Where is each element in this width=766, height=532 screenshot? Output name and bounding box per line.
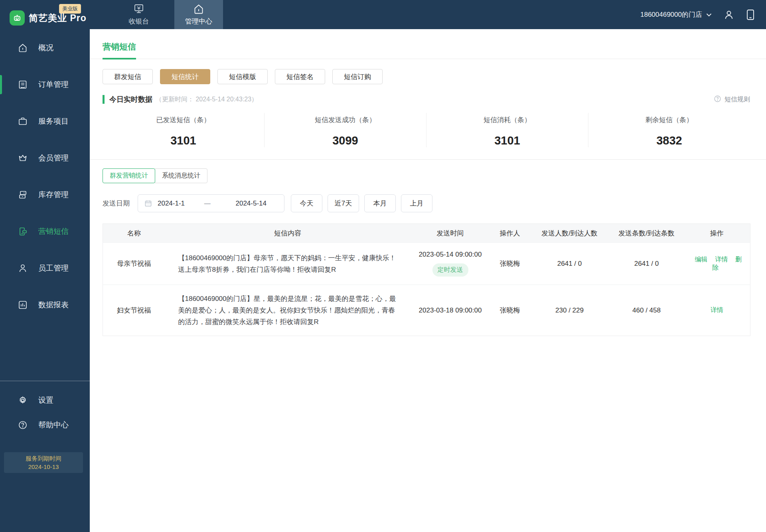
cell-count: 2641 / 0 <box>610 243 684 285</box>
cell-content: 【18600469000的门店】母亲节，愿天下的妈妈：一生平安，健康快乐！送上母… <box>165 243 411 285</box>
sidebar-item-label: 会员管理 <box>38 153 69 163</box>
tab-bulk-sms[interactable]: 群发短信 <box>103 69 153 84</box>
edit-link[interactable]: 编辑 <box>695 256 708 263</box>
sidebar-item-label: 员工管理 <box>38 263 69 273</box>
tab-sms-signature[interactable]: 短信签名 <box>275 69 325 84</box>
nav-cashier-label: 收银台 <box>129 17 149 26</box>
sidebar: 美业版 简艺美业 Pro 概况 <box>0 0 90 532</box>
order-doc-icon <box>18 79 28 90</box>
sidebar-item-overview[interactable]: 概况 <box>0 30 90 66</box>
header-name: 名称 <box>103 224 165 243</box>
tab-sms-purchase[interactable]: 短信订购 <box>332 69 383 84</box>
details-link[interactable]: 详情 <box>715 256 728 263</box>
service-expire-label: 服务到期时间 <box>26 454 61 463</box>
mobile-icon[interactable] <box>746 9 755 20</box>
nav-admin-center[interactable]: 管理中心 <box>174 0 223 29</box>
user-icon[interactable] <box>724 10 734 20</box>
details-link[interactable]: 详情 <box>711 307 723 313</box>
realtime-header: 今日实时数据 （更新时间： 2024-5-14 20:43:23） 短信规则 <box>103 95 750 104</box>
calendar-icon <box>144 200 152 207</box>
section-accent-bar <box>103 95 105 104</box>
cell-name: 妇女节祝福 <box>103 285 165 336</box>
cell-operator: 张晓梅 <box>490 285 530 336</box>
crown-icon <box>18 153 28 163</box>
cell-content: 【18600469000的门店】星，最美的是流星；花，最美的是雪花；心，最美的是… <box>165 285 411 336</box>
sidebar-item-services[interactable]: 服务项目 <box>0 103 90 140</box>
quick-7days-button[interactable]: 近7天 <box>328 194 359 212</box>
sidebar-item-inventory[interactable]: 库存管理 <box>0 176 90 213</box>
cell-people: 230 / 229 <box>530 285 610 336</box>
sidebar-item-orders[interactable]: 订单管理 <box>0 66 90 103</box>
cell-send-time: 2023-03-18 09:00:00 <box>411 285 490 336</box>
cashier-monitor-icon <box>133 3 145 15</box>
sidebar-item-members[interactable]: 会员管理 <box>0 140 90 176</box>
date-filter-row: 发送日期 2024-1-1 — 2024-5-14 今天 近7天 本月 上月 <box>103 194 766 212</box>
sms-phone-icon <box>18 226 28 237</box>
person-icon <box>18 263 28 273</box>
stat-sent: 已发送短信（条） 3101 <box>103 113 265 147</box>
header-content: 短信内容 <box>165 224 411 243</box>
sidebar-item-settings[interactable]: 设置 <box>0 388 90 413</box>
stat-value: 3832 <box>656 134 682 147</box>
sidebar-item-label: 库存管理 <box>38 190 69 200</box>
sidebar-item-label: 概况 <box>38 43 53 53</box>
cell-people: 2641 / 0 <box>530 243 610 285</box>
cell-operator: 张晓梅 <box>490 243 530 285</box>
sidebar-nav: 概况 订单管理 服务项目 <box>0 30 90 323</box>
quick-today-button[interactable]: 今天 <box>291 194 322 212</box>
stat-label: 短信发送成功（条） <box>315 115 376 125</box>
sidebar-item-label: 数据报表 <box>38 300 69 310</box>
tab-sms-stats[interactable]: 短信统计 <box>160 69 210 84</box>
sidebar-divider <box>0 381 90 381</box>
sidebar-item-help-center[interactable]: 帮助中心 <box>0 413 90 437</box>
cell-actions: 详情 <box>684 285 750 336</box>
quick-this-month-button[interactable]: 本月 <box>364 194 396 212</box>
tab-sms-templates[interactable]: 短信模版 <box>217 69 268 84</box>
sms-stats-table: 名称 短信内容 发送时间 操作人 发送人数/到达人数 发送条数/到达条数 操作 … <box>103 223 750 336</box>
main-content: 营销短信 群发短信 短信统计 短信模版 短信签名 短信订购 今日实时数据 （更新… <box>90 29 766 532</box>
sms-rules-label: 短信规则 <box>725 95 750 104</box>
cell-send-time: 2023-05-14 09:00:00 定时发送 <box>411 243 490 285</box>
briefcase-icon <box>18 116 28 127</box>
app-name: 简艺美业 Pro <box>29 12 87 24</box>
stat-label: 短信消耗（条） <box>484 115 531 125</box>
date-from: 2024-1-1 <box>158 200 185 208</box>
cell-actions: 编辑 详情 删除 <box>684 243 750 285</box>
quick-last-month-button[interactable]: 上月 <box>401 194 432 212</box>
service-expire-box: 服务到期时间 2024-10-13 <box>4 452 83 473</box>
page-title: 营销短信 <box>103 41 136 59</box>
header-send-time: 发送时间 <box>411 224 490 243</box>
topbar-right: 18600469000的门店 <box>640 0 755 29</box>
stat-value: 3101 <box>494 134 520 147</box>
question-circle-icon <box>18 420 28 430</box>
send-time: 2023-05-14 09:00:00 <box>415 251 486 259</box>
stat-value: 3101 <box>170 134 196 147</box>
stat-label: 已发送短信（条） <box>156 115 211 125</box>
date-to: 2024-5-14 <box>235 200 267 208</box>
gear-icon <box>18 395 28 405</box>
boxes-icon <box>18 190 28 200</box>
toggle-system-message-stats[interactable]: 系统消息统计 <box>155 168 207 183</box>
realtime-title: 今日实时数据 <box>109 95 152 104</box>
nav-cashier[interactable]: 收银台 <box>115 0 163 29</box>
quick-date-buttons: 今天 近7天 本月 上月 <box>291 194 432 212</box>
app-logo-icon <box>10 10 25 26</box>
service-expire-date: 2024-10-13 <box>28 463 59 471</box>
header-count: 发送条数/到达条数 <box>610 224 684 243</box>
toggle-bulk-marketing-stats[interactable]: 群发营销统计 <box>103 168 155 183</box>
stat-success: 短信发送成功（条） 3099 <box>265 113 426 147</box>
sidebar-item-label: 帮助中心 <box>38 420 69 430</box>
scheduled-badge: 定时发送 <box>432 263 468 277</box>
sms-rules-link[interactable]: 短信规则 <box>714 95 750 104</box>
sidebar-item-marketing-sms[interactable]: 营销短信 <box>0 213 90 250</box>
header-operator: 操作人 <box>490 224 530 243</box>
store-name: 18600469000的门店 <box>640 10 702 19</box>
sidebar-item-staff[interactable]: 员工管理 <box>0 250 90 287</box>
app-logo: 简艺美业 Pro <box>10 10 87 26</box>
store-selector[interactable]: 18600469000的门店 <box>640 10 712 19</box>
table-row: 妇女节祝福 【18600469000的门店】星，最美的是流星；花，最美的是雪花；… <box>103 285 750 336</box>
date-range-input[interactable]: 2024-1-1 — 2024-5-14 <box>138 194 284 212</box>
sidebar-item-label: 营销短信 <box>38 226 69 237</box>
sidebar-item-reports[interactable]: 数据报表 <box>0 287 90 323</box>
stat-remaining: 剩余短信（条） 3832 <box>588 113 750 147</box>
